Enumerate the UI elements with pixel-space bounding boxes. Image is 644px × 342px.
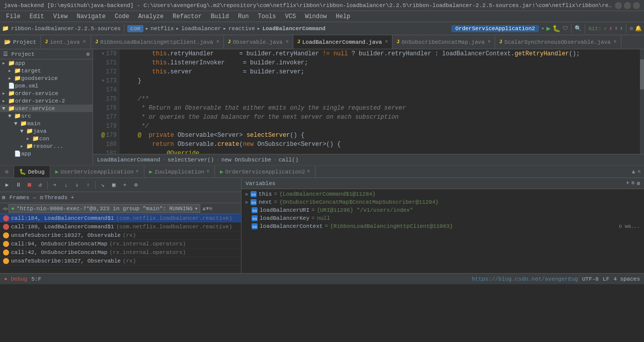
pause-btn[interactable]: ⏸: [13, 180, 23, 190]
tree-app[interactable]: ▸ 📁 app: [0, 59, 93, 67]
status-link[interactable]: https://blog.csdn.net/avengerEug: [472, 276, 578, 282]
variables-filter[interactable]: ≡: [631, 180, 635, 187]
menu-file[interactable]: File: [2, 12, 25, 21]
toolbar-netflix[interactable]: netflix: [150, 26, 174, 32]
menu-edit[interactable]: Edit: [26, 12, 48, 21]
toolbar-command[interactable]: LoadBalancerCommand: [262, 26, 325, 32]
thread-dropdown[interactable]: ● *http-nio-9000-exec-7*@9,323 in group …: [9, 204, 200, 213]
breadcrumb-1[interactable]: LoadBalancerCommand: [97, 157, 160, 163]
sidebar-gear[interactable]: ⚙: [86, 51, 90, 57]
notification-icon[interactable]: 🔔: [635, 25, 642, 32]
scrollbar-thumb[interactable]: [640, 59, 644, 90]
breadcrumb-2[interactable]: selectServer(): [168, 157, 214, 163]
menu-window[interactable]: Window: [301, 12, 331, 21]
tree-order-service-2[interactable]: ▸ 📁 order-service-2: [0, 97, 93, 105]
settings-2[interactable]: ⚙: [131, 180, 141, 190]
run-button[interactable]: ▶: [546, 24, 550, 33]
add-watch-2[interactable]: +: [120, 180, 130, 190]
tree-goodservice[interactable]: ▸ 📁 goodservice: [0, 74, 93, 82]
tab-project[interactable]: 📂 Project: [0, 35, 41, 49]
debug-panel-close[interactable]: ×: [636, 167, 642, 177]
force-step-btn[interactable]: ⇓: [72, 180, 82, 190]
var-item-uri[interactable]: oo loadBalancerURI = {URI@11296} "/v1/us…: [242, 206, 644, 214]
stack-item-5[interactable]: unsafeSubscribe:10327, Observable (rx): [0, 257, 241, 266]
tree-order-service[interactable]: ▸ 📁 order-service: [0, 90, 93, 97]
evaluate-btn[interactable]: ▦: [109, 180, 119, 190]
tree-main[interactable]: ▼ 📁 main: [0, 120, 93, 127]
git-push[interactable]: ⬆: [614, 25, 618, 32]
tab-close-6[interactable]: ×: [614, 39, 617, 45]
tree-target[interactable]: ▸ 📁 target: [0, 67, 93, 74]
editor-scrollbar[interactable]: [640, 49, 644, 154]
menu-code[interactable]: Code: [111, 12, 133, 21]
stack-item-0[interactable]: call:184, LoadBalancerCommand$1 (com.net…: [0, 214, 241, 223]
settings-icon[interactable]: ⚙: [629, 25, 633, 32]
run-config-dropdown[interactable]: OrderServiceApplication2: [451, 25, 539, 32]
tree-con[interactable]: ▸ 📁 con: [0, 135, 93, 142]
step-out-btn[interactable]: ↑: [83, 180, 93, 190]
var-item-next[interactable]: ▶ oo next = {OnSubscribeConcatMap$Concat…: [242, 198, 644, 206]
thread-nav-up[interactable]: ▲: [202, 206, 206, 212]
step-over-btn[interactable]: ↷: [50, 180, 60, 190]
thread-filter[interactable]: ⊕: [209, 205, 213, 212]
toolbar-com[interactable]: com: [127, 25, 143, 32]
toolbar-reactive[interactable]: reactive: [228, 26, 255, 32]
tab-close-2[interactable]: ×: [216, 39, 219, 45]
toolbar-loadbalancer[interactable]: loadbalancer: [181, 26, 221, 32]
breadcrumb-3[interactable]: new OnSubscribe: [221, 157, 271, 163]
debug-close-3[interactable]: ×: [307, 169, 310, 175]
debug-tab-order-service[interactable]: ▶ OrderServiceApplication2 ×: [215, 166, 315, 178]
tree-src[interactable]: ▼ 📁 src: [0, 112, 93, 120]
coverage-button[interactable]: 🛡: [562, 25, 568, 32]
search-icon[interactable]: 🔍: [575, 25, 582, 32]
stack-item-3[interactable]: call:94, OnSubscribeConcatMap (rx.intern…: [0, 240, 241, 248]
tab-close-1[interactable]: ×: [83, 39, 86, 45]
minimize-btn[interactable]: [615, 2, 622, 9]
debug-button[interactable]: 🐛: [552, 25, 560, 33]
tab-scalar[interactable]: J ScalarSynchronousObservable.java ×: [495, 35, 621, 49]
git-pull[interactable]: ⬇: [620, 25, 623, 32]
menu-navigate[interactable]: Navigate: [72, 12, 110, 21]
stack-item-4[interactable]: call:42, OnSubscribeConcatMap (rx.intern…: [0, 248, 241, 257]
stack-item-1[interactable]: call:180, LoadBalancerCommand$1 (com.net…: [0, 223, 241, 231]
menu-run[interactable]: Run: [234, 12, 253, 21]
thread-nav-down[interactable]: ▼: [206, 206, 209, 212]
tree-pom[interactable]: 📄 pom.xml: [0, 82, 93, 90]
menu-analyze[interactable]: Analyze: [134, 12, 168, 21]
tab-ribbon-http[interactable]: J RibbonLoadBalancingHttpClient.java ×: [91, 35, 223, 49]
tree-java[interactable]: ▼ 📁 java: [0, 127, 93, 135]
var-item-ctx[interactable]: oo loadBalancerContext = {RibbonLoadBala…: [242, 222, 644, 230]
var-item-this[interactable]: ▶ oo this = {LoadBalancerCommand$1@11284…: [242, 190, 644, 198]
run-config-arrow[interactable]: ▾: [541, 25, 544, 32]
tab-observable[interactable]: J Observable.java ×: [224, 35, 293, 49]
debug-close-1[interactable]: ×: [136, 169, 139, 175]
add-watch-btn[interactable]: +: [626, 180, 629, 187]
tab-close-3[interactable]: ×: [286, 39, 289, 45]
menu-build[interactable]: Build: [207, 12, 233, 21]
close-btn[interactable]: [633, 2, 640, 9]
tab-onsubscribe[interactable]: J OnSubscribeConcatMap.java ×: [392, 35, 495, 49]
debug-tab-settings[interactable]: ⚙: [0, 166, 14, 178]
debug-close-2[interactable]: ×: [206, 169, 209, 175]
threads-label[interactable]: ⊡ Threads +: [40, 194, 74, 201]
tab-ient-java[interactable]: J ient.java ×: [41, 35, 91, 49]
run-cursor-btn[interactable]: ↘: [98, 180, 108, 190]
var-item-key[interactable]: oo loadBalancerKey = null: [242, 214, 644, 222]
stop-btn[interactable]: ⏹: [24, 180, 34, 190]
menu-refactor[interactable]: Refactor: [169, 12, 206, 21]
tab-close-5[interactable]: ×: [488, 39, 491, 45]
maximize-btn[interactable]: [624, 2, 631, 9]
menu-view[interactable]: View: [49, 12, 72, 21]
breadcrumb-4[interactable]: call(): [279, 157, 299, 163]
tree-user-service[interactable]: ▼ 📁 user-service: [0, 105, 93, 112]
tab-loadbalancer-command[interactable]: J LoadBalancerCommand.java ×: [293, 35, 392, 49]
debug-tab-debug[interactable]: 🐛 Debug: [14, 166, 50, 178]
resume-btn[interactable]: ▶: [2, 180, 12, 190]
tree-resources[interactable]: ▸ 📁 resour...: [0, 142, 93, 150]
variables-settings[interactable]: ⚙: [636, 180, 640, 187]
code-lines[interactable]: this.retryHandler = builder.retryHandler…: [119, 49, 640, 154]
debug-tab-zuul[interactable]: ▶ ZuulApplication ×: [144, 166, 215, 178]
stack-item-2[interactable]: unsafeSubscribe:10327, Observable (rx): [0, 231, 241, 240]
tab-close-4[interactable]: ×: [385, 39, 388, 45]
debug-panel-expand[interactable]: ▲: [631, 167, 636, 177]
